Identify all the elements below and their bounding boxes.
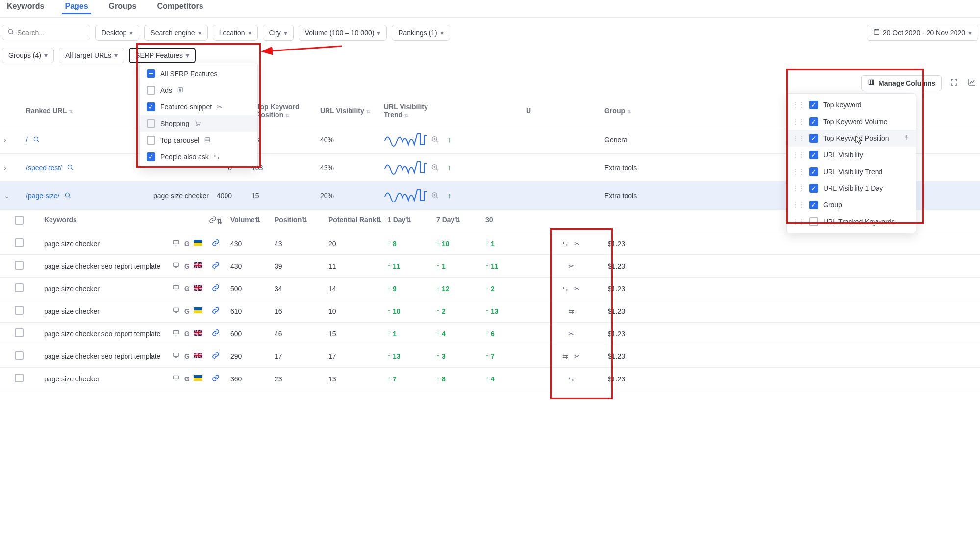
magnify-icon[interactable] xyxy=(431,163,439,173)
col-group[interactable]: Group⇅ xyxy=(604,107,781,115)
checkbox[interactable] xyxy=(147,119,155,128)
keyword-row[interactable]: page size checker G 610 16 10 ↑ 10 ↑ 2 ↑… xyxy=(0,300,980,323)
expand-icon[interactable]: › xyxy=(4,164,26,172)
checkbox[interactable] xyxy=(15,328,24,337)
filter-volume[interactable]: Volume (100 – 10 000)▾ xyxy=(299,25,387,41)
magnify-icon[interactable] xyxy=(67,164,74,172)
filter-target-urls[interactable]: All target URLs▾ xyxy=(59,48,124,63)
col-30day[interactable]: 30 xyxy=(485,216,534,226)
checkbox-checked[interactable]: ✓ xyxy=(147,102,155,111)
link-icon[interactable] xyxy=(212,330,220,338)
checkbox-checked[interactable]: ✓ xyxy=(809,134,818,143)
serp-item-all[interactable]: All SERP Features xyxy=(140,65,257,82)
col-position[interactable]: Position⇅ xyxy=(275,216,328,226)
serp-features-dropdown[interactable]: All SERP Features Ads$ ✓Featured snippet… xyxy=(139,63,258,168)
serp-item-featured-snippet[interactable]: ✓Featured snippet✂ xyxy=(140,99,257,115)
checkbox-all[interactable] xyxy=(15,216,24,225)
checkbox-checked[interactable]: ✓ xyxy=(809,167,818,176)
keyword-row[interactable]: page size checker G 500 34 14 ↑ 9 ↑ 12 ↑… xyxy=(0,278,980,300)
serp-item-people-also-ask[interactable]: ✓People also ask⇆ xyxy=(140,149,257,165)
column-toggle[interactable]: ⋮⋮✓URL Visibility Trend xyxy=(787,163,916,180)
checkbox[interactable] xyxy=(15,261,24,270)
tab-keywords[interactable]: Keywords xyxy=(4,0,47,14)
tab-pages[interactable]: Pages xyxy=(62,0,91,14)
keyword-row[interactable]: page size checker seo report template G … xyxy=(0,255,980,278)
column-toggle[interactable]: ⋮⋮✓Top Keyword Volume xyxy=(787,113,916,130)
checkbox[interactable] xyxy=(15,374,24,382)
serp-item-ads[interactable]: Ads$ xyxy=(140,82,257,99)
column-toggle[interactable]: ⋮⋮✓Group xyxy=(787,197,916,213)
col-potential-rank[interactable]: Potential Rank⇅ xyxy=(328,216,387,226)
link-icon[interactable] xyxy=(212,308,220,316)
url-link[interactable]: /page-size/ xyxy=(26,192,59,200)
link-icon[interactable] xyxy=(212,376,220,383)
magnify-icon[interactable] xyxy=(33,136,40,144)
link-icon[interactable] xyxy=(212,240,220,248)
col-ranked-url[interactable]: Ranked URL⇅ xyxy=(26,107,153,115)
magnify-icon[interactable] xyxy=(64,192,71,200)
col-volume[interactable]: Volume⇅ xyxy=(230,216,275,226)
pin-icon[interactable] xyxy=(903,134,910,143)
filter-city[interactable]: City▾ xyxy=(263,25,294,41)
checkbox[interactable] xyxy=(15,238,24,247)
col-url-visibility-trend[interactable]: URL Visibility Trend⇅ xyxy=(384,103,448,119)
col-1day[interactable]: 1 Day⇅ xyxy=(387,216,436,226)
keyword-row[interactable]: page size checker seo report template G … xyxy=(0,323,980,345)
filter-device[interactable]: Desktop▾ xyxy=(95,25,139,41)
column-toggle[interactable]: ⋮⋮URL Tracked Keywords xyxy=(787,213,916,230)
url-link[interactable]: /speed-test/ xyxy=(26,164,62,172)
column-toggle[interactable]: ⋮⋮✓Top Keyword Position xyxy=(787,130,916,147)
checkbox[interactable] xyxy=(809,217,818,226)
expand-icon[interactable]: ⌄ xyxy=(4,192,26,200)
col-7day[interactable]: 7 Day⇅ xyxy=(436,216,485,226)
checkbox[interactable] xyxy=(147,136,155,145)
checkbox-checked[interactable]: ✓ xyxy=(809,117,818,126)
chart-button[interactable] xyxy=(966,78,977,88)
url-link[interactable]: / xyxy=(26,136,28,144)
checkbox-indeterminate[interactable] xyxy=(147,69,155,78)
col-u[interactable]: U xyxy=(526,107,604,115)
expand-icon[interactable]: › xyxy=(4,136,26,144)
checkbox-checked[interactable]: ✓ xyxy=(809,184,818,193)
col-top-kw-position[interactable]: Top Keyword Position⇅ xyxy=(256,103,320,119)
serp-item-top-carousel[interactable]: Top carousel xyxy=(140,132,257,149)
manage-columns-button[interactable]: Manage Columns xyxy=(861,75,942,91)
manage-columns-popup[interactable]: ⋮⋮✓Top keyword ⋮⋮✓Top Keyword Volume ⋮⋮✓… xyxy=(786,93,916,233)
filter-search-engine[interactable]: Search engine▾ xyxy=(144,25,207,41)
potential-rank-value: 14 xyxy=(328,285,387,293)
magnify-icon[interactable] xyxy=(431,135,439,145)
filter-groups[interactable]: Groups (4)▾ xyxy=(2,48,54,63)
checkbox-checked[interactable]: ✓ xyxy=(809,101,818,109)
checkbox[interactable] xyxy=(15,351,24,360)
keyword-row[interactable]: page size checker seo report template G … xyxy=(0,345,980,368)
search-input-wrap[interactable] xyxy=(2,25,90,40)
checkbox-checked[interactable]: ✓ xyxy=(147,152,155,161)
filter-location[interactable]: Location▾ xyxy=(213,25,258,41)
keyword-row[interactable]: page size checker G 360 23 13 ↑ 7 ↑ 8 ↑ … xyxy=(0,368,980,390)
engines: G xyxy=(172,262,201,270)
link-icon[interactable] xyxy=(212,353,220,361)
col-keywords[interactable]: Keywords xyxy=(44,216,172,226)
column-toggle[interactable]: ⋮⋮✓URL Visibility 1 Day xyxy=(787,180,916,197)
magnify-icon[interactable] xyxy=(431,191,439,201)
checkbox-checked[interactable]: ✓ xyxy=(809,151,818,159)
link-icon[interactable] xyxy=(212,263,220,271)
link-icon[interactable] xyxy=(212,285,220,293)
column-toggle[interactable]: ⋮⋮✓Top keyword xyxy=(787,97,916,113)
search-input[interactable] xyxy=(17,29,85,37)
checkbox-checked[interactable]: ✓ xyxy=(809,201,818,209)
column-toggle[interactable]: ⋮⋮✓URL Visibility xyxy=(787,147,916,163)
checkbox[interactable] xyxy=(15,306,24,315)
desktop-icon xyxy=(172,329,180,338)
checkbox[interactable] xyxy=(147,86,155,95)
checkbox[interactable] xyxy=(15,283,24,292)
filter-rankings[interactable]: Rankings (1)▾ xyxy=(392,25,450,41)
serp-item-shopping[interactable]: Shopping xyxy=(140,115,257,132)
tab-competitors[interactable]: Competitors xyxy=(154,0,206,14)
filter-serp-features[interactable]: SERP Features▾ xyxy=(129,48,196,63)
date-range-picker[interactable]: 20 Oct 2020 - 20 Nov 2020▾ xyxy=(867,25,978,41)
col-url-visibility[interactable]: URL Visibility⇅ xyxy=(320,107,384,115)
tab-groups[interactable]: Groups xyxy=(106,0,140,14)
fullscreen-button[interactable] xyxy=(949,78,959,88)
keyword-row[interactable]: page size checker G 430 43 20 ↑ 8 ↑ 10 ↑… xyxy=(0,232,980,255)
